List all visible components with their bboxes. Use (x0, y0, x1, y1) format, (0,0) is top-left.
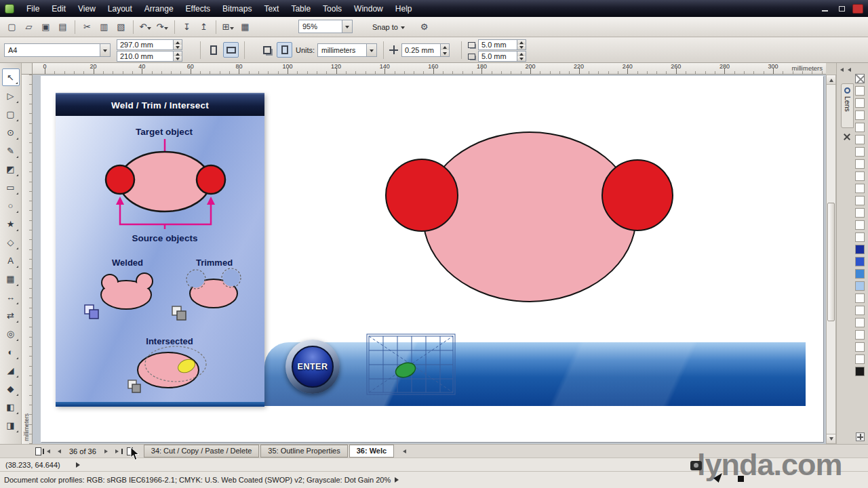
target-ellipse-object[interactable] (422, 131, 637, 302)
color-eyedropper-tool[interactable]: ◢ (2, 361, 20, 379)
redo-dropdown-caret[interactable] (164, 27, 168, 32)
zoom-tool[interactable]: ⊙ (2, 123, 20, 141)
spin-up-icon[interactable] (441, 44, 449, 50)
palette-swatch[interactable] (855, 306, 865, 315)
toolbar-print-button[interactable]: ▤ (55, 19, 71, 35)
menu-effects[interactable]: Effects (180, 1, 216, 17)
spin-up-icon[interactable] (517, 40, 526, 45)
polygon-tool[interactable]: ★ (2, 215, 20, 232)
palette-swatch[interactable] (855, 293, 865, 303)
duplicate-x-field[interactable]: 5.0 mm (478, 39, 517, 50)
zoom-dropdown-button[interactable] (342, 20, 352, 33)
palette-swatch[interactable] (855, 269, 865, 279)
ruler-origin[interactable] (22, 63, 33, 75)
basic-shapes-tool[interactable]: ◇ (2, 233, 20, 251)
palette-swatch[interactable] (855, 159, 865, 169)
freehand-tool[interactable]: ✎ (2, 142, 20, 159)
pick-tool[interactable]: ↖ (2, 68, 20, 86)
enter-button-graphic[interactable]: ENTER (285, 340, 340, 394)
source-circle-left-object[interactable] (385, 159, 458, 232)
palette-swatch[interactable] (855, 367, 865, 376)
table-wireframe-object[interactable] (366, 332, 458, 396)
page-size-dropdown-button[interactable] (100, 44, 110, 56)
palette-swatch[interactable] (855, 232, 865, 242)
ellipse-tool[interactable]: ○ (2, 197, 20, 214)
no-color-swatch[interactable] (855, 74, 865, 83)
next-page-button[interactable] (101, 446, 113, 457)
spin-down-icon[interactable] (441, 50, 449, 56)
page-height-field[interactable]: 210.0 mm (117, 51, 174, 62)
docker-close-icon[interactable] (844, 134, 850, 140)
drawing-canvas[interactable]: Weld / Trim / Intersect (33, 75, 826, 444)
toolbar-paste-button[interactable]: ▧ (113, 19, 129, 35)
page-tab[interactable]: 34: Cut / Copy / Paste / Delete (144, 445, 260, 458)
toolbar-cut-button[interactable]: ✂ (79, 19, 95, 35)
crop-tool[interactable]: ▢ (2, 105, 20, 123)
page-width-field[interactable]: 297.0 mm (117, 39, 174, 50)
palette-swatch[interactable] (855, 257, 865, 266)
spin-up-icon[interactable] (174, 40, 182, 45)
menu-text[interactable]: Text (258, 1, 285, 17)
nudge-field[interactable]: 0.25 mm (401, 43, 441, 57)
portrait-button[interactable] (205, 42, 221, 58)
parallel-dimension-tool[interactable]: ↔ (2, 288, 20, 306)
source-circle-right-object[interactable] (601, 159, 673, 231)
first-page-button[interactable] (41, 446, 53, 457)
toolbar-welcome-screen-button[interactable]: ▦ (237, 19, 253, 35)
all-pages-button[interactable] (259, 42, 275, 58)
duplicate-x-spinner[interactable] (517, 39, 526, 50)
page-height-spinner[interactable] (174, 51, 182, 62)
menu-table[interactable]: Table (285, 1, 317, 17)
toolbar-export-button[interactable]: ↥ (196, 19, 212, 35)
current-page-button[interactable] (277, 42, 292, 58)
transparency-tool[interactable]: ◐ (2, 343, 20, 361)
palette-swatch[interactable] (855, 98, 865, 108)
palette-swatch[interactable] (855, 110, 865, 120)
vertical-scrollbar[interactable] (826, 75, 836, 444)
zoom-level-combobox[interactable]: 95% (298, 20, 353, 33)
palette-swatch[interactable] (855, 245, 865, 254)
nudge-spinner[interactable] (441, 43, 450, 57)
palette-swatch[interactable] (855, 208, 865, 218)
blend-tool[interactable]: ◎ (2, 325, 20, 342)
spin-down-icon[interactable] (174, 45, 182, 49)
spin-down-icon[interactable] (517, 56, 526, 61)
menu-edit[interactable]: Edit (45, 1, 72, 17)
palette-swatch[interactable] (855, 342, 865, 352)
shape-tool[interactable]: ▷ (2, 87, 20, 104)
palette-expand-button[interactable] (856, 432, 865, 441)
menu-arrange[interactable]: Arrange (138, 1, 180, 17)
text-tool[interactable]: A (2, 251, 20, 269)
menu-help[interactable]: Help (389, 1, 418, 17)
table-tool[interactable]: ▦ (2, 270, 20, 287)
menu-layout[interactable]: Layout (102, 1, 138, 17)
palette-swatch[interactable] (855, 281, 865, 291)
toolbar-undo-button[interactable]: ↶ (138, 19, 153, 35)
menu-window[interactable]: Window (348, 1, 389, 17)
blue-banner-object[interactable] (264, 342, 806, 406)
palette-swatch[interactable] (855, 330, 865, 340)
rectangle-tool[interactable]: ▭ (2, 178, 20, 196)
status-expander-icon[interactable] (395, 477, 401, 483)
palette-swatch[interactable] (855, 184, 865, 193)
palette-swatch[interactable] (855, 220, 865, 230)
snap-to-dropdown[interactable]: Snap to (368, 20, 409, 34)
menu-view[interactable]: View (72, 1, 102, 17)
status-expander-icon[interactable] (76, 462, 83, 468)
landscape-button[interactable] (223, 42, 239, 58)
toolbar-open-button[interactable]: ▱ (21, 19, 37, 35)
menu-bitmaps[interactable]: Bitmaps (216, 1, 258, 17)
connector-tool[interactable]: ⇄ (2, 306, 20, 324)
page-tab[interactable]: 36: Welc (349, 445, 394, 458)
options-button[interactable]: ⚙ (416, 19, 432, 35)
smart-fill-tool[interactable]: ◩ (2, 160, 20, 178)
palette-swatch[interactable] (855, 86, 865, 96)
minimize-button[interactable] (818, 4, 831, 14)
menu-tools[interactable]: Tools (317, 1, 348, 17)
interactive-fill-tool[interactable]: ◨ (2, 416, 20, 434)
vertical-ruler[interactable]: millimeters (22, 75, 33, 444)
tab-scroll-left-button[interactable] (398, 446, 410, 457)
toolbar-application-launcher-button[interactable]: ⊞ (220, 19, 236, 35)
toolbar-new-document-button[interactable]: ▢ (4, 19, 20, 35)
outline-pen-tool[interactable]: ◆ (2, 380, 20, 397)
